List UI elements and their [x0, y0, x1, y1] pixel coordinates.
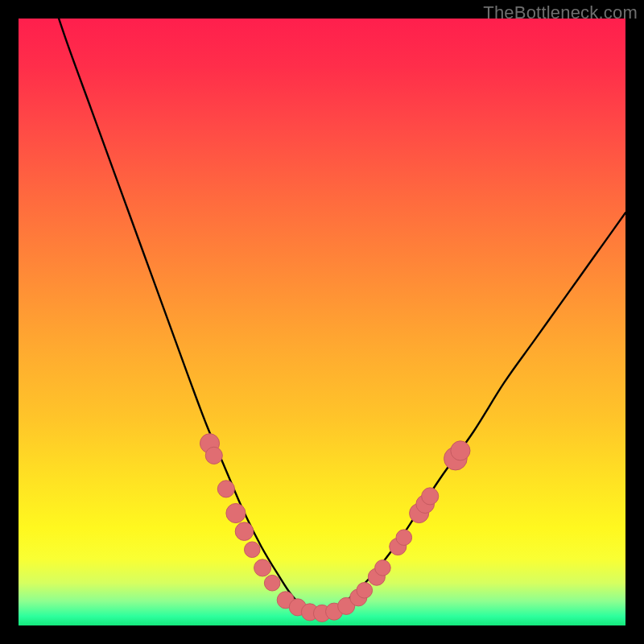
- data-marker: [226, 503, 246, 522]
- plot-svg: [19, 19, 625, 625]
- markers-group: [200, 434, 470, 622]
- data-marker: [396, 530, 412, 546]
- bottleneck-curve: [49, 0, 625, 614]
- data-marker: [357, 582, 373, 598]
- data-marker: [244, 542, 260, 558]
- data-marker: [264, 575, 280, 591]
- data-marker: [235, 522, 254, 541]
- data-marker: [217, 481, 234, 497]
- data-marker: [451, 441, 470, 460]
- data-marker: [205, 447, 222, 464]
- chart-stage: TheBottleneck.com: [0, 0, 644, 644]
- data-marker: [375, 560, 391, 576]
- data-marker: [422, 488, 439, 505]
- data-marker: [254, 559, 271, 576]
